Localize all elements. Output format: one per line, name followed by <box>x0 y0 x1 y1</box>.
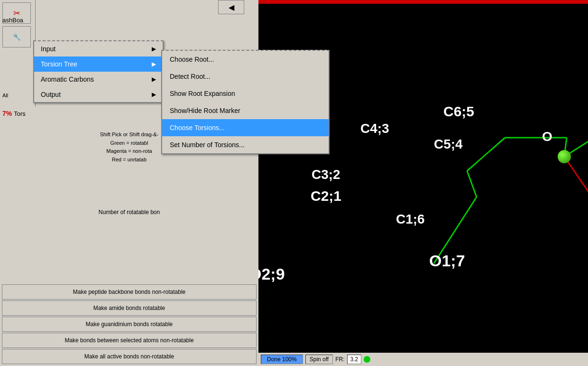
menu-item-aromatic-carbons[interactable]: Aromatic Carbons ▶ <box>34 72 163 87</box>
submenu: Choose Root... Detect Root... Show Root … <box>161 50 330 154</box>
status-fr-label: FR: <box>335 356 344 363</box>
status-spinoff: Spin off <box>305 355 333 364</box>
btn-selected-atoms[interactable]: Make bonds between selected atoms non-ro… <box>2 333 257 348</box>
primary-menu: Input ▶ Torsion Tree ▶ Aromatic Carbons … <box>33 40 164 103</box>
submenu-show-hide-root-marker[interactable]: Show/Hide Root Marker <box>162 102 329 119</box>
mol-label-c16: C1;6 <box>396 212 425 227</box>
icon-button-2[interactable]: 🔧 <box>2 26 31 47</box>
green-sphere <box>558 150 571 163</box>
btn-guanidinium[interactable]: Make guanidinium bonds rotatable <box>2 317 257 332</box>
submenu-set-number-torsions[interactable]: Set Number of Torsions... <box>162 136 329 153</box>
mol-label-c54: C5;4 <box>434 137 463 152</box>
submenu-choose-root[interactable]: Choose Root... <box>162 51 329 68</box>
arrow-icon-4: ▶ <box>152 91 156 98</box>
arrow-icon: ▶ <box>152 46 156 52</box>
mol-label-c32: C3;2 <box>312 167 340 182</box>
status-fr-value: 3.2 <box>347 355 362 364</box>
mol-label-c21: C2;1 <box>311 188 341 204</box>
rotatable-label: Number of rotatable bon <box>0 209 258 216</box>
svg-line-1 <box>467 171 477 197</box>
menu-item-output[interactable]: Output ▶ <box>34 87 163 102</box>
submenu-choose-torsions[interactable]: Choose Torsions... <box>162 119 329 136</box>
mol-label-c65: C6;5 <box>443 103 474 120</box>
mol-label-c43: C4;3 <box>360 121 389 136</box>
all-label: All <box>2 93 8 98</box>
dashboard-label: ashBoa <box>2 17 23 24</box>
mol-label-o: O <box>542 129 552 144</box>
mol-label-o29: O2;9 <box>258 265 285 283</box>
status-done: Done 100% <box>261 355 303 364</box>
menu-item-torsion-tree[interactable]: Torsion Tree ▶ <box>34 56 163 72</box>
submenu-show-root-expansion[interactable]: Show Root Expansion <box>162 85 329 102</box>
arrow-icon-2: ▶ <box>152 61 156 67</box>
menu-item-input[interactable]: Input ▶ <box>34 41 163 56</box>
bottom-buttons: Make peptide backbone bonds non-rotatabl… <box>0 282 258 366</box>
svg-line-2 <box>467 138 505 171</box>
svg-line-5 <box>564 157 588 195</box>
status-bar: Done 100% Spin off FR: 3.2 <box>258 353 588 366</box>
status-green-indicator <box>364 356 370 363</box>
btn-peptide[interactable]: Make peptide backbone bonds non-rotatabl… <box>2 284 257 300</box>
submenu-detect-root[interactable]: Detect Root... <box>162 68 329 85</box>
arrow-icon-3: ▶ <box>152 76 156 83</box>
btn-amide[interactable]: Make amide bonds rotatable <box>2 300 257 316</box>
mol-label-o17: O1;7 <box>429 252 465 270</box>
btn-all-active[interactable]: Make all active bonds non-rotatable <box>2 349 257 364</box>
back-button[interactable]: ◀ <box>218 0 244 14</box>
